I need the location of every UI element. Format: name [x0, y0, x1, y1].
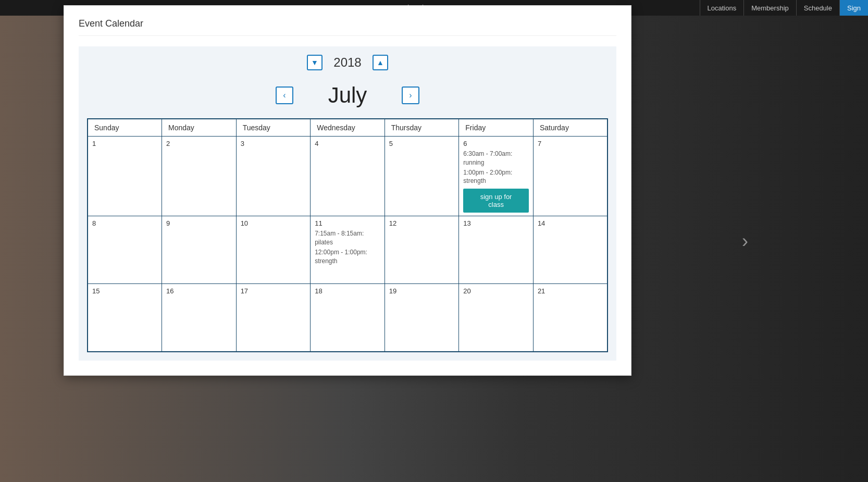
- day-cell-14: 14: [533, 216, 607, 284]
- event-11-2: 12:00pm - 1:00pm: strength: [315, 248, 380, 266]
- header-friday: Friday: [459, 119, 534, 137]
- header-sunday: Sunday: [88, 119, 162, 137]
- day-cell-7: 7: [533, 137, 607, 216]
- nav-schedule[interactable]: Schedule: [796, 0, 839, 16]
- nav-signin[interactable]: Sign: [839, 0, 868, 16]
- month-display: July: [306, 83, 389, 108]
- day-cell-19: 19: [385, 284, 459, 352]
- event-6-1: 6:30am - 7:00am: running: [463, 150, 529, 167]
- day-cell-21: 21: [533, 284, 607, 352]
- bg-next-arrow[interactable]: ›: [742, 230, 748, 252]
- nav-locations[interactable]: Locations: [700, 0, 744, 16]
- day-cell-8: 8: [88, 216, 162, 284]
- day-cell-15: 15: [88, 284, 162, 352]
- day-cell-13: 13: [459, 216, 534, 284]
- event-6-2: 1:00pm - 2:00pm: strength: [463, 168, 529, 186]
- next-month-button[interactable]: ›: [402, 86, 419, 104]
- header-tuesday: Tuesday: [236, 119, 311, 137]
- day-cell-17: 17: [236, 284, 311, 352]
- header-monday: Monday: [162, 119, 237, 137]
- year-display: 2018: [327, 55, 368, 70]
- prev-month-button[interactable]: ‹: [276, 86, 293, 104]
- day-cell-10: 10: [236, 216, 311, 284]
- day-cell-16: 16: [162, 284, 237, 352]
- day-cell-18: 18: [311, 284, 385, 352]
- day-cell-20: 20: [459, 284, 534, 352]
- day-cell-2: 2: [162, 137, 237, 216]
- month-selector: ‹ July ›: [87, 83, 608, 108]
- header-saturday: Saturday: [533, 119, 607, 137]
- header-wednesday: Wednesday: [311, 119, 385, 137]
- weekday-header-row: Sunday Monday Tuesday Wednesday Thursday…: [88, 119, 607, 137]
- day-cell-11: 11 7:15am - 8:15am: pilates 12:00pm - 1:…: [311, 216, 385, 284]
- event-calendar-modal: Event Calendar ▼ 2018 ▲ ‹ July › Sunday …: [64, 5, 631, 376]
- year-up-button[interactable]: ▲: [373, 55, 388, 70]
- year-selector: ▼ 2018 ▲: [87, 55, 608, 70]
- header-thursday: Thursday: [385, 119, 459, 137]
- calendar-table: Sunday Monday Tuesday Wednesday Thursday…: [87, 118, 608, 352]
- day-cell-3: 3: [236, 137, 311, 216]
- calendar-wrapper: ▼ 2018 ▲ ‹ July › Sunday Monday Tuesday …: [79, 46, 616, 361]
- table-row: 8 9 10 11 7:15am - 8:15am: pilates 12:00…: [88, 216, 607, 284]
- nav-membership[interactable]: Membership: [743, 0, 796, 16]
- day-cell-6: 6 6:30am - 7:00am: running 1:00pm - 2:00…: [459, 137, 534, 216]
- table-row: 15 16 17 18 19 20 21: [88, 284, 607, 352]
- day-cell-5: 5: [385, 137, 459, 216]
- signup-button-6[interactable]: sign up for class: [463, 189, 529, 213]
- event-11-1: 7:15am - 8:15am: pilates: [315, 229, 380, 247]
- day-cell-12: 12: [385, 216, 459, 284]
- day-cell-1: 1: [88, 137, 162, 216]
- table-row: 1 2 3 4 5 6 6:30am - 7:00am: running 1:0…: [88, 137, 607, 216]
- day-cell-9: 9: [162, 216, 237, 284]
- year-down-button[interactable]: ▼: [307, 55, 323, 70]
- day-cell-4: 4: [311, 137, 385, 216]
- modal-title: Event Calendar: [79, 18, 616, 36]
- nav-links: Locations Membership Schedule Sign: [700, 0, 868, 16]
